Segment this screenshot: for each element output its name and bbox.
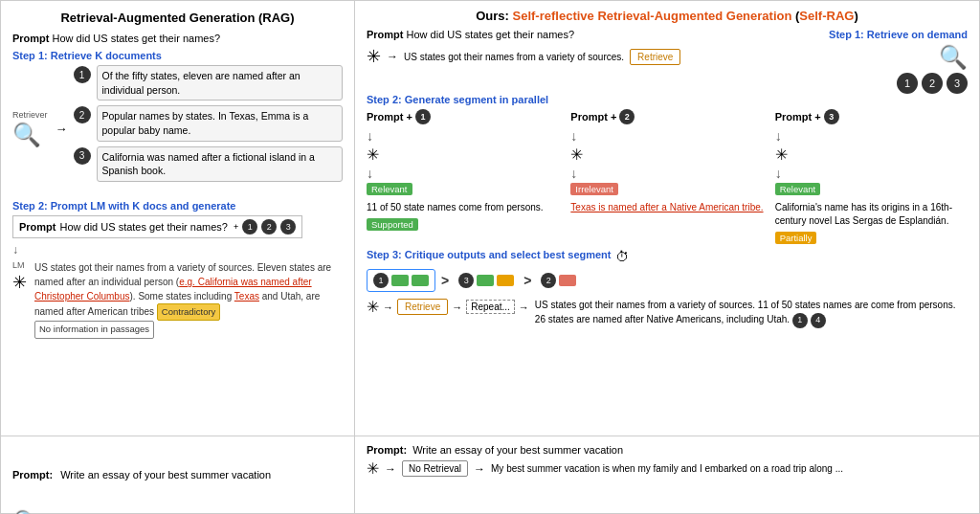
left-bottom-section: Prompt: Write an essay of your best summ… xyxy=(12,444,343,505)
prompt-box-left: Prompt How did US states get their names… xyxy=(12,215,302,238)
gen-col-3: Prompt + 3 ↓ ✳ ↓ Relevant California's n… xyxy=(775,109,968,243)
prompt-label-1: Prompt xyxy=(12,33,50,44)
lm-label: LM xyxy=(12,260,27,270)
seg-box-1: 1 xyxy=(367,269,435,292)
arrow-right-left: → xyxy=(56,122,68,136)
no-retrieval-button[interactable]: No Retrieval xyxy=(402,460,468,477)
prompt-text-bottom-right: Write an essay of your best summer vacat… xyxy=(412,444,623,456)
doc-text-3: California was named after a fictional i… xyxy=(97,146,343,182)
col1-text: 11 of 50 state names come from persons. xyxy=(367,201,544,214)
prompt-text-2: How did US states get their names? xyxy=(60,221,228,233)
seg-num-2: 2 xyxy=(541,273,556,288)
arrow-down-col1: ↓ xyxy=(367,128,373,144)
badge-supported-col1: Supported xyxy=(367,218,418,231)
col3-num-badge: 3 xyxy=(824,109,839,124)
green-rect-3 xyxy=(477,275,494,286)
final-num-1: 1 xyxy=(792,313,808,328)
num-badge-1: 1 xyxy=(242,219,257,235)
gen-col-2: Prompt + 2 ↓ ✳ ↓ Irrelevant Texas is nam… xyxy=(570,109,763,243)
prompt-text-bottom-left: Write an essay of your best summer vacat… xyxy=(60,469,271,480)
lm-line-right: US states got their names from a variety… xyxy=(404,52,624,62)
network-icon-right1: ✳ xyxy=(367,46,381,67)
timer-icon: ⏱ xyxy=(615,249,629,264)
green-rect-1 xyxy=(391,275,409,286)
magnifier-icon-right: 🔍 xyxy=(829,44,968,71)
doc-num-1: 1 xyxy=(74,66,91,83)
left-panel-title: Retrieval-Augmented Generation (RAG) xyxy=(12,11,343,25)
doc-num-3: 3 xyxy=(74,147,91,165)
right-panel-title: Ours: Self-reflective Retrieval-Augmente… xyxy=(367,9,968,23)
doc-text-2: Popular names by states. In Texas, Emma … xyxy=(97,105,343,141)
seg-num-1: 1 xyxy=(373,273,389,288)
num-badge-3: 3 xyxy=(280,219,296,235)
arrow-right-rb2: → xyxy=(474,462,485,476)
seg-box-2: 2 xyxy=(537,270,580,291)
step2-label-left: Step 2: Prompt LM with K docs and genera… xyxy=(12,200,343,212)
gen-col-1: Prompt + 1 ↓ ✳ ↓ Relevant 11 of 50 state… xyxy=(367,109,559,243)
col1-num-badge: 1 xyxy=(415,109,431,124)
num-badge-2: 2 xyxy=(261,219,277,235)
step1-label-right: Step 1: Retrieve on demand xyxy=(829,29,968,40)
arrow-right-final2: → xyxy=(452,302,462,313)
prompt-label-bottom-left: Prompt: xyxy=(12,469,53,480)
seg-num-3: 3 xyxy=(458,273,474,288)
network-icon-final: ✳ xyxy=(367,298,379,316)
retriever-label: Retriever xyxy=(12,110,48,120)
circle-1: 1 xyxy=(897,73,918,94)
circle-2: 2 xyxy=(922,73,943,94)
left-prompt-line: Prompt How did US states get their names… xyxy=(12,33,343,44)
circle-3: 3 xyxy=(947,73,968,94)
badge-noinfo: No information in passages xyxy=(34,321,154,338)
magnifier-icon-left: 🔍 xyxy=(12,122,48,148)
prompt-label-2: Prompt xyxy=(19,221,56,233)
arrow-right-final: → xyxy=(383,302,393,313)
lm-icon: ✳ xyxy=(12,272,27,293)
gt-sign-2: > xyxy=(523,273,531,288)
arrow-right-final3: → xyxy=(519,302,529,313)
badge-contradictory: Contradictory xyxy=(157,303,221,321)
net-icon-col3: ✳ xyxy=(775,145,788,164)
search-icon-bottom: 🔍 xyxy=(12,509,41,514)
doc-item-2: 2 Popular names by states. In Texas, Emm… xyxy=(74,105,343,141)
network-icon-rb: ✳ xyxy=(367,459,379,478)
arrow-down-col2: ↓ xyxy=(570,128,577,144)
arrow-down-col3: ↓ xyxy=(775,128,782,144)
seg-box-3: 3 xyxy=(455,270,518,291)
gt-sign-1: > xyxy=(441,273,449,288)
right-prompt-line: Prompt How did US states get their names… xyxy=(367,29,829,40)
col3-text: California's name has its origins in a 1… xyxy=(775,201,968,228)
prompt-label-bottom-right: Prompt: xyxy=(367,444,407,456)
doc-num-2: 2 xyxy=(74,106,91,123)
net-icon-col2: ✳ xyxy=(570,145,583,164)
arrow-right-rb: → xyxy=(385,462,396,476)
doc-item-1: 1 Of the fifty states, eleven are named … xyxy=(74,65,343,101)
lm-output: US states got their names from a variety… xyxy=(34,260,343,339)
step2-label-right: Step 2: Generate segment in parallel xyxy=(367,94,968,105)
right-bottom-section: Prompt: Write an essay of your best summ… xyxy=(367,444,968,456)
arrow-right-r1: → xyxy=(387,50,398,63)
pink-rect-1 xyxy=(559,275,576,286)
output-text-bottom-right: My best summer vacation is when my famil… xyxy=(491,463,843,474)
badge-partially-col3: Partially xyxy=(775,232,817,244)
prompt-label-right: Prompt xyxy=(367,29,404,40)
net-icon-col1: ✳ xyxy=(367,145,379,164)
col2-text: Texas is named after a Native American t… xyxy=(570,201,763,214)
step1-label-left: Step 1: Retrieve K documents xyxy=(12,50,343,61)
retrieve-btn-final[interactable]: Retrieve xyxy=(397,299,448,315)
arrow-down2-col1: ↓ xyxy=(367,166,373,181)
badge-relevant-col3: Relevant xyxy=(775,183,821,195)
retrieve-button[interactable]: Retrieve xyxy=(630,49,680,65)
arrow-down2-col3: ↓ xyxy=(775,166,782,181)
final-num-4: 4 xyxy=(811,313,826,328)
final-output-text: US states got their names from a variety… xyxy=(535,298,968,328)
doc-item-3: 3 California was named after a fictional… xyxy=(74,146,343,182)
prompt-text-1: How did US states get their names? xyxy=(53,33,220,44)
orange-rect-1 xyxy=(497,275,514,286)
badge-relevant-col1: Relevant xyxy=(367,183,412,195)
repeat-text: Repeat... xyxy=(466,300,515,314)
arrow-down-left: ↓ xyxy=(12,243,343,257)
step3-label-right: Step 3: Critique outputs and select best… xyxy=(367,249,612,260)
col2-num-badge: 2 xyxy=(619,109,635,124)
arrow-down2-col2: ↓ xyxy=(570,166,577,181)
green-rect-2 xyxy=(412,275,429,286)
